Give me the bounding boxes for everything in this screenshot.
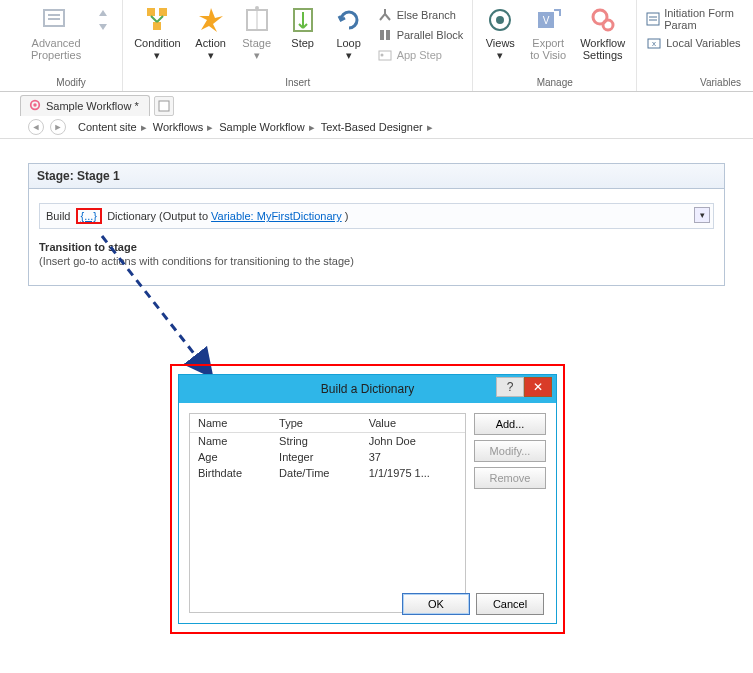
svg-rect-26 <box>159 101 169 111</box>
ribbon-group-modify: Advanced Properties Modify <box>20 0 123 91</box>
table-row[interactable]: AgeInteger37 <box>190 449 465 465</box>
step-icon <box>291 5 315 35</box>
branch-icon <box>377 7 393 23</box>
views-label: Views <box>486 37 515 49</box>
group-title-manage: Manage <box>479 76 630 89</box>
cell: 37 <box>361 449 465 465</box>
document-tab-label: Sample Workflow * <box>46 100 139 112</box>
dialog-help-button[interactable]: ? <box>496 377 524 397</box>
action-mid: Dictionary (Output to <box>107 210 211 222</box>
cell: Date/Time <box>271 465 361 481</box>
designer-canvas: Stage: Stage 1 Build {...} Dictionary (O… <box>0 139 753 310</box>
local-variables-button[interactable]: x Local Variables <box>643 34 747 52</box>
parallel-block-button[interactable]: Parallel Block <box>374 26 467 44</box>
step-button[interactable]: Step <box>282 4 324 50</box>
svg-point-18 <box>603 20 613 30</box>
move-up-down-button[interactable] <box>90 4 116 36</box>
local-vars-label: Local Variables <box>666 37 740 49</box>
cell: John Doe <box>361 433 465 450</box>
col-header-type: Type <box>271 414 361 433</box>
svg-rect-9 <box>380 30 384 40</box>
init-form-params-button[interactable]: Initiation Form Param <box>643 6 747 32</box>
breadcrumb-item[interactable]: Workflows ▸ <box>153 121 214 134</box>
document-tabbar: Sample Workflow * <box>0 92 753 116</box>
add-button[interactable]: Add... <box>474 413 546 435</box>
svg-point-25 <box>33 103 36 106</box>
dictionary-table[interactable]: Name Type Value NameStringJohn Doe AgeIn… <box>189 413 466 613</box>
views-button[interactable]: Views▾ <box>479 4 521 62</box>
export-visio-button[interactable]: V Export to Visio <box>525 4 571 62</box>
parallel-block-label: Parallel Block <box>397 29 464 41</box>
table-row[interactable]: NameStringJohn Doe <box>190 433 465 450</box>
nav-forward-button[interactable]: ► <box>50 119 66 135</box>
breadcrumb-bar: ◄ ► Content site ▸ Workflows ▸ Sample Wo… <box>0 116 753 139</box>
breadcrumb-item[interactable]: Text-Based Designer ▸ <box>321 121 433 134</box>
col-header-value: Value <box>361 414 465 433</box>
dialog-titlebar: Build a Dictionary ? ✕ <box>179 375 556 403</box>
remove-button[interactable]: Remove <box>474 467 546 489</box>
workflow-action-row[interactable]: Build {...} Dictionary (Output to Variab… <box>39 203 714 229</box>
nav-back-button[interactable]: ◄ <box>28 119 44 135</box>
breadcrumb-item[interactable]: Sample Workflow ▸ <box>219 121 314 134</box>
advanced-properties-label: Advanced Properties <box>31 37 81 61</box>
dialog-callout-box: Build a Dictionary ? ✕ Name Type Value N… <box>170 364 565 634</box>
else-branch-label: Else Branch <box>397 9 456 21</box>
variables-icon: x <box>646 35 662 51</box>
breadcrumb-label: Text-Based Designer <box>321 121 423 133</box>
loop-label: Loop <box>336 37 360 49</box>
ribbon-group-insert: Condition▾ Action▾ Stage▾ Step <box>123 0 473 91</box>
loop-icon <box>335 5 363 35</box>
stage-panel: Stage: Stage 1 Build {...} Dictionary (O… <box>28 163 725 286</box>
stage-title: Stage: Stage 1 <box>29 164 724 189</box>
ok-button[interactable]: OK <box>402 593 470 615</box>
condition-label: Condition <box>134 37 180 49</box>
else-branch-button[interactable]: Else Branch <box>374 6 467 24</box>
app-step-button[interactable]: App Step <box>374 46 467 64</box>
col-header-name: Name <box>190 414 271 433</box>
cell: String <box>271 433 361 450</box>
transition-hint: (Insert go-to actions with conditions fo… <box>39 255 714 267</box>
document-tab[interactable]: Sample Workflow * <box>20 95 150 116</box>
stage-button[interactable]: Stage▾ <box>236 4 278 62</box>
loop-button[interactable]: Loop▾ <box>328 4 370 62</box>
group-title-modify: Modify <box>26 76 116 89</box>
cell: Integer <box>271 449 361 465</box>
dictionary-builder-link[interactable]: {...} <box>76 208 103 224</box>
build-dictionary-dialog: Build a Dictionary ? ✕ Name Type Value N… <box>178 374 557 624</box>
svg-point-14 <box>496 16 504 24</box>
action-icon <box>197 5 225 35</box>
transition-heading: Transition to stage <box>39 241 714 253</box>
workflow-settings-button[interactable]: Workflow Settings <box>575 4 630 62</box>
new-tab-button[interactable] <box>154 96 174 116</box>
stage-label: Stage <box>242 37 271 49</box>
dialog-close-button[interactable]: ✕ <box>524 377 552 397</box>
views-icon <box>486 5 514 35</box>
cell: Age <box>190 449 271 465</box>
ribbon: Advanced Properties Modify Condition▾ <box>0 0 753 92</box>
properties-icon <box>42 5 70 35</box>
group-title-variables: Variables <box>643 76 747 89</box>
cancel-button[interactable]: Cancel <box>476 593 544 615</box>
ribbon-group-manage: Views▾ V Export to Visio Workflow Settin… <box>473 0 637 91</box>
breadcrumb-label: Workflows <box>153 121 204 133</box>
svg-point-7 <box>255 6 259 10</box>
parallel-icon <box>377 27 393 43</box>
modify-button[interactable]: Modify... <box>474 440 546 462</box>
output-variable-link[interactable]: Variable: MyFirstDictionary <box>211 210 342 222</box>
svg-rect-4 <box>159 8 167 16</box>
stage-icon <box>243 5 271 35</box>
table-row[interactable]: BirthdateDate/Time1/1/1975 1... <box>190 465 465 481</box>
action-suffix: ) <box>342 210 349 222</box>
advanced-properties-button[interactable]: Advanced Properties <box>26 4 86 62</box>
breadcrumb-label: Content site <box>78 121 137 133</box>
svg-text:x: x <box>652 39 656 48</box>
action-button[interactable]: Action▾ <box>190 4 232 62</box>
condition-button[interactable]: Condition▾ <box>129 4 185 62</box>
svg-rect-3 <box>147 8 155 16</box>
breadcrumb-item[interactable]: Content site ▸ <box>78 121 147 134</box>
svg-text:V: V <box>543 15 550 26</box>
svg-point-12 <box>380 54 383 57</box>
ribbon-group-variables: Initiation Form Param x Local Variables … <box>637 0 753 91</box>
action-dropdown-button[interactable]: ▾ <box>694 207 710 223</box>
visio-icon: V <box>534 5 562 35</box>
